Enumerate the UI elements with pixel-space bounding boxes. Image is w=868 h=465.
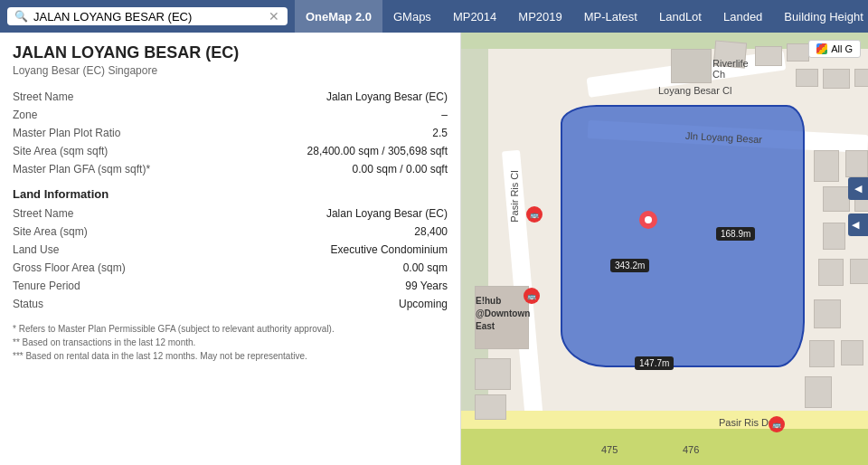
- main-content: JALAN LOYANG BESAR (EC) Loyang Besar (EC…: [0, 33, 868, 465]
- bus-icon-3: 🚌: [769, 416, 785, 432]
- field-label: Site Area (sqm sqft): [13, 142, 193, 160]
- building: [850, 259, 868, 284]
- map-panel[interactable]: RiverlifeCh Loyang Besar Cl Jln Loyang B…: [461, 33, 868, 465]
- tab-landlot[interactable]: LandLot: [648, 0, 712, 33]
- building: [823, 69, 850, 89]
- table-row: Master Plan GFA (sqm sqft)* 0.00 sqm / 0…: [13, 160, 448, 178]
- clear-icon[interactable]: ✕: [269, 9, 279, 24]
- field-value: 0.00 sqm: [193, 259, 448, 277]
- table-row: Land Use Executive Condominium: [13, 241, 448, 259]
- table-row: Tenure Period 99 Years: [13, 277, 448, 295]
- all-g-icon: [816, 43, 827, 54]
- field-label: Master Plan GFA (sqm sqft)*: [13, 160, 193, 178]
- building: [796, 69, 818, 87]
- chevron-left-icon: ◀: [854, 183, 862, 195]
- search-icon: 🔍: [14, 10, 28, 23]
- building: [845, 150, 868, 177]
- building: [814, 299, 841, 328]
- field-value: Executive Condominium: [193, 241, 448, 259]
- building: [475, 394, 506, 420]
- map-label-loyang-besar-cl: Loyang Besar Cl: [658, 85, 731, 96]
- table-row: Zone –: [13, 106, 448, 124]
- building: [854, 69, 868, 87]
- bus-icon-label-3: 🚌: [772, 421, 781, 429]
- building: [814, 150, 839, 182]
- building: [809, 340, 835, 367]
- building: [805, 376, 832, 408]
- map-background: RiverlifeCh Loyang Besar Cl Jln Loyang B…: [461, 33, 868, 465]
- building: [818, 259, 844, 286]
- field-value: 28,400: [193, 223, 448, 241]
- bus-icon-1: 🚌: [526, 206, 542, 223]
- table-row: Master Plan Plot Ratio 2.5: [13, 124, 448, 142]
- field-label: Site Area (sqm): [13, 223, 193, 241]
- tab-mp-latest[interactable]: MP-Latest: [573, 0, 648, 33]
- field-value: Jalan Loyang Besar (EC): [193, 88, 448, 106]
- land-info-section-title: Land Information: [13, 187, 448, 201]
- field-label: Master Plan Plot Ratio: [13, 124, 193, 142]
- field-value: 28,400.00 sqm / 305,698 sqft: [193, 142, 448, 160]
- search-bar[interactable]: 🔍 ✕: [7, 7, 288, 25]
- field-label: Tenure Period: [13, 277, 193, 295]
- tab-mp2019[interactable]: MP2019: [507, 0, 572, 33]
- building: [713, 41, 747, 69]
- field-label: Land Use: [13, 241, 193, 259]
- field-value: 0.00 sqm / 0.00 sqft: [193, 160, 448, 178]
- top-navigation: 🔍 ✕ OneMap 2.0 GMaps MP2014 MP2019 MP-La…: [0, 0, 868, 33]
- building: [787, 43, 809, 62]
- tab-landed[interactable]: Landed: [712, 0, 773, 33]
- field-value: 2.5: [193, 124, 448, 142]
- building-ehub: [475, 286, 529, 349]
- map-toggle-1[interactable]: ◀: [848, 177, 868, 200]
- field-label: Status: [13, 295, 193, 313]
- land-info-table: Street Name Jalan Loyang Besar (EC) Site…: [13, 204, 448, 313]
- footnotes: * Refers to Master Plan Permissible GFA …: [13, 322, 448, 363]
- building: [755, 46, 782, 66]
- field-value: 99 Years: [193, 277, 448, 295]
- field-label: Street Name: [13, 88, 193, 106]
- table-row: Site Area (sqm sqft) 28,400.00 sqm / 305…: [13, 142, 448, 160]
- tab-gmaps[interactable]: GMaps: [382, 0, 442, 33]
- table-row: Street Name Jalan Loyang Besar (EC): [13, 204, 448, 223]
- road-pasir-ris-dr: [461, 411, 868, 429]
- table-row: Status Upcoming: [13, 295, 448, 313]
- bus-icon-2: 🚌: [524, 288, 540, 304]
- chevron-left-icon-2: ◀: [852, 219, 859, 230]
- bus-icon-label-2: 🚌: [527, 292, 536, 300]
- panel-subtitle: Loyang Besar (EC) Singapore: [13, 64, 448, 77]
- tab-mp2014[interactable]: MP2014: [442, 0, 507, 33]
- building: [823, 186, 850, 212]
- field-value: Jalan Loyang Besar (EC): [193, 204, 448, 223]
- field-value: –: [193, 106, 448, 124]
- tab-onemap[interactable]: OneMap 2.0: [295, 0, 382, 33]
- location-pin: [637, 209, 659, 231]
- all-g-button[interactable]: All G: [808, 40, 861, 58]
- field-label: Gross Floor Area (sqm): [13, 259, 193, 277]
- all-g-label: All G: [831, 43, 853, 54]
- field-value: Upcoming: [193, 295, 448, 313]
- bus-icon-label-1: 🚌: [530, 211, 539, 219]
- svg-point-1: [645, 216, 652, 223]
- field-label: Street Name: [13, 204, 193, 223]
- panel-title: JALAN LOYANG BESAR (EC): [13, 43, 448, 62]
- building: [841, 340, 863, 365]
- building-riverlife: [671, 49, 712, 83]
- footnote-1: * Refers to Master Plan Permissible GFA …: [13, 322, 448, 336]
- building: [475, 358, 511, 390]
- map-toggle-2[interactable]: ◀: [848, 214, 868, 236]
- search-input[interactable]: [33, 10, 269, 24]
- building: [823, 223, 845, 250]
- field-label: Zone: [13, 106, 193, 124]
- master-plan-table: Street Name Jalan Loyang Besar (EC) Zone…: [13, 88, 448, 178]
- table-row: Street Name Jalan Loyang Besar (EC): [13, 88, 448, 106]
- table-row: Site Area (sqm) 28,400: [13, 223, 448, 241]
- footnote-2: ** Based on transactions in the last 12 …: [13, 336, 448, 349]
- table-row: Gross Floor Area (sqm) 0.00 sqm: [13, 259, 448, 277]
- nav-tabs: OneMap 2.0 GMaps MP2014 MP2019 MP-Latest…: [295, 0, 868, 33]
- left-panel: JALAN LOYANG BESAR (EC) Loyang Besar (EC…: [0, 33, 461, 465]
- footnote-3: *** Based on rental data in the last 12 …: [13, 349, 448, 363]
- tab-building-height[interactable]: Building Height: [773, 0, 868, 33]
- highlighted-plot: [561, 105, 805, 367]
